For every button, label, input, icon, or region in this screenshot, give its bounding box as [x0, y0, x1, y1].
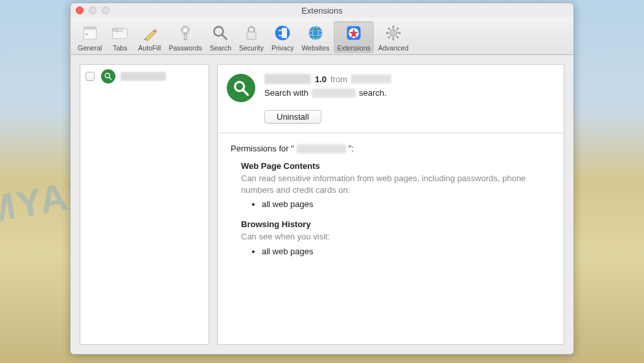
window-title: Extensions: [71, 6, 573, 16]
permission-list: all web pages: [262, 199, 551, 209]
permissions-panel: Permissions for " ": Web Page Contents C…: [218, 133, 564, 277]
svg-rect-4: [113, 28, 118, 31]
extension-name-redacted: [121, 72, 166, 81]
tab-passwords[interactable]: Passwords: [165, 21, 205, 53]
preferences-toolbar: General Tabs AutoFill Passwords Search: [71, 17, 573, 55]
tab-label: Search: [210, 44, 231, 52]
svg-line-26: [397, 36, 398, 38]
tab-security[interactable]: Security: [236, 21, 267, 53]
advanced-icon: [384, 23, 403, 43]
extensions-sidebar: [80, 64, 209, 345]
autofill-icon: [140, 23, 159, 43]
svg-line-25: [388, 28, 390, 30]
svg-point-20: [390, 30, 397, 37]
tab-label: General: [78, 44, 102, 52]
permissions-title-prefix: Permissions for ": [231, 144, 294, 153]
tab-label: Privacy: [271, 44, 293, 52]
svg-line-32: [242, 89, 247, 94]
svg-rect-5: [118, 28, 123, 31]
svg-point-15: [308, 27, 322, 40]
content-area: 1.0 from Search with search. Uninstall: [71, 55, 573, 354]
from-label: from: [330, 74, 347, 84]
svg-point-7: [183, 28, 187, 32]
desc-suffix: search.: [359, 88, 387, 98]
uninstall-button[interactable]: Uninstall: [264, 110, 321, 124]
permission-section: Browsing History Can see when you visit:…: [241, 219, 551, 256]
websites-icon: [306, 23, 325, 43]
svg-rect-12: [247, 32, 256, 39]
tab-label: AutoFill: [138, 44, 161, 52]
tab-websites[interactable]: Websites: [298, 21, 332, 53]
tab-general[interactable]: General: [75, 21, 105, 53]
details-header-text: 1.0 from Search with search.: [264, 74, 555, 102]
permission-section: Web Page Contents Can read sensitive inf…: [241, 161, 551, 209]
tab-label: Extensions: [337, 44, 370, 52]
tab-label: Tabs: [113, 44, 127, 52]
tab-extensions[interactable]: Extensions: [334, 21, 373, 53]
security-icon: [242, 23, 261, 43]
extensions-icon: [344, 23, 363, 43]
svg-rect-1: [84, 27, 96, 29]
desc-prefix: Search with: [264, 88, 308, 98]
search-icon: [211, 23, 230, 43]
passwords-icon: [176, 23, 195, 43]
svg-line-27: [388, 36, 390, 38]
permission-item: all web pages: [262, 247, 551, 256]
tab-autofill[interactable]: AutoFill: [135, 21, 164, 53]
titlebar: Extensions: [71, 3, 573, 17]
svg-line-30: [109, 77, 111, 80]
tab-search[interactable]: Search: [207, 21, 235, 53]
permission-item: all web pages: [262, 199, 551, 209]
svg-line-28: [397, 28, 398, 30]
desc-redacted: [312, 89, 356, 98]
permission-heading: Web Page Contents: [241, 161, 551, 171]
tab-tabs[interactable]: Tabs: [106, 21, 133, 53]
tab-label: Passwords: [168, 44, 201, 52]
extension-large-icon: [227, 74, 255, 102]
extension-row[interactable]: [80, 65, 209, 88]
privacy-icon: [273, 23, 292, 43]
svg-line-11: [222, 35, 227, 39]
details-header: 1.0 from Search with search.: [218, 65, 564, 110]
general-icon: [80, 23, 100, 43]
permission-list: all web pages: [262, 247, 551, 256]
svg-rect-14: [282, 28, 287, 38]
permission-description: Can see when you visit:: [241, 231, 551, 243]
tab-advanced[interactable]: Advanced: [375, 21, 412, 53]
preferences-window: Extensions General Tabs AutoFill Passwor…: [70, 3, 574, 355]
tab-label: Websites: [301, 44, 329, 52]
permissions-name-redacted: [297, 144, 346, 153]
tab-label: Security: [239, 44, 264, 52]
extension-version: 1.0: [315, 74, 327, 84]
extension-details: 1.0 from Search with search. Uninstall: [217, 64, 564, 345]
permission-heading: Browsing History: [241, 219, 551, 229]
uninstall-row: Uninstall: [218, 110, 564, 133]
extension-enable-checkbox[interactable]: [86, 72, 95, 81]
permissions-title-suffix: ":: [349, 144, 354, 153]
svg-point-2: [86, 33, 88, 36]
permissions-title: Permissions for " ":: [231, 144, 551, 153]
tabs-icon: [110, 23, 130, 43]
permission-description: Can read sensitive information from web …: [241, 173, 551, 195]
extension-author-redacted: [351, 74, 391, 83]
extension-name-redacted: [264, 74, 311, 84]
tab-label: Advanced: [378, 44, 409, 52]
extension-icon: [101, 69, 115, 83]
svg-rect-9: [184, 36, 188, 38]
tab-privacy[interactable]: Privacy: [268, 21, 297, 53]
